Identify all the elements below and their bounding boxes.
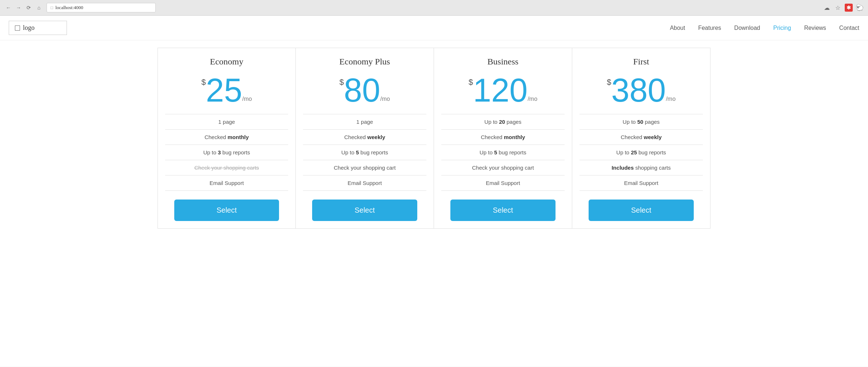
browser-controls: ← → ⟳ ⌂: [4, 4, 43, 12]
feature-first-bugs: Up to 25 bug reports: [580, 145, 703, 160]
plan-first-amount: 380: [611, 74, 666, 107]
feature-eplus-email: Email Support: [303, 175, 426, 191]
plan-business-period: /mo: [527, 96, 537, 102]
plan-business-dollar: $: [469, 78, 473, 87]
plan-economy-plus-period: /mo: [380, 96, 390, 102]
select-economy-plus-button[interactable]: Select: [312, 200, 417, 221]
plan-business-amount: 120: [473, 74, 527, 107]
pricing-section: Economy $ 25 /mo 1 page Checked monthly …: [0, 40, 868, 236]
select-first-button[interactable]: Select: [589, 200, 693, 221]
logo-checkbox-icon: [15, 25, 20, 31]
back-button[interactable]: ←: [4, 4, 12, 12]
main-nav: logo About Features Download Pricing Rev…: [0, 16, 868, 40]
home-button[interactable]: ⌂: [35, 4, 43, 12]
feature-biz-cart: Check your shopping cart: [441, 160, 565, 175]
feature-economy-check: Checked monthly: [165, 130, 288, 145]
feature-economy-cart: Check your shopping carts: [165, 160, 288, 175]
address-bar-icon: □: [51, 5, 53, 11]
plan-economy-features: 1 page Checked monthly Up to 3 bug repor…: [165, 114, 288, 191]
plan-first-dollar: $: [607, 78, 611, 87]
plan-economy-plus: Economy Plus $ 80 /mo 1 page Checked wee…: [296, 48, 434, 229]
plan-economy-plus-name: Economy Plus: [339, 57, 390, 67]
feature-eplus-bugs: Up to 5 bug reports: [303, 145, 426, 160]
nav-item-reviews[interactable]: Reviews: [804, 25, 826, 31]
extension-icon[interactable]: ✱: [845, 4, 853, 12]
plan-economy-plus-features: 1 page Checked weekly Up to 5 bug report…: [303, 114, 426, 191]
plan-first-period: /mo: [666, 96, 676, 102]
logo-text: logo: [23, 24, 35, 32]
forward-button[interactable]: →: [15, 4, 23, 12]
feature-economy-email: Email Support: [165, 175, 288, 191]
browser-right-icons: ☁ ☆ ✱ 🐑: [823, 4, 864, 12]
plan-economy-amount: 25: [206, 74, 242, 107]
plan-first-price-container: $ 380 /mo: [607, 74, 676, 107]
plan-economy-period: /mo: [242, 96, 252, 102]
feature-first-cart: Includes shopping carts: [580, 160, 703, 175]
nav-item-features[interactable]: Features: [698, 25, 721, 31]
plan-first-name: First: [633, 57, 649, 67]
feature-biz-pages: Up to 20 pages: [441, 114, 565, 130]
feature-biz-bugs: Up to 5 bug reports: [441, 145, 565, 160]
feature-first-pages: Up to 50 pages: [580, 114, 703, 130]
feature-biz-check: Checked monthly: [441, 130, 565, 145]
select-economy-button[interactable]: Select: [174, 200, 279, 221]
feature-economy-bugs: Up to 3 bug reports: [165, 145, 288, 160]
plan-economy-price-container: $ 25 /mo: [201, 74, 252, 107]
cloud-icon[interactable]: ☁: [823, 4, 831, 12]
plan-business: Business $ 120 /mo Up to 20 pages Checke…: [434, 48, 572, 229]
logo[interactable]: logo: [9, 21, 67, 35]
url-text: localhost:4000: [55, 5, 83, 11]
feature-first-email: Email Support: [580, 175, 703, 191]
plan-economy-plus-amount: 80: [344, 74, 380, 107]
plan-economy-dollar: $: [201, 78, 206, 87]
plan-economy: Economy $ 25 /mo 1 page Checked monthly …: [158, 48, 296, 229]
nav-item-download[interactable]: Download: [734, 25, 760, 31]
star-icon[interactable]: ☆: [834, 4, 842, 12]
feature-eplus-cart: Check your shopping cart: [303, 160, 426, 175]
feature-eplus-pages: 1 page: [303, 114, 426, 130]
select-business-button[interactable]: Select: [450, 200, 555, 221]
nav-item-contact[interactable]: Contact: [839, 25, 859, 31]
page-wrapper: logo About Features Download Pricing Rev…: [0, 16, 868, 367]
plan-business-features: Up to 20 pages Checked monthly Up to 5 b…: [441, 114, 565, 191]
feature-eplus-check: Checked weekly: [303, 130, 426, 145]
refresh-button[interactable]: ⟳: [25, 4, 33, 12]
address-bar[interactable]: □ localhost:4000: [47, 3, 156, 12]
nav-item-about[interactable]: About: [670, 25, 685, 31]
plan-economy-name: Economy: [210, 57, 243, 67]
plan-economy-plus-price-container: $ 80 /mo: [339, 74, 390, 107]
plan-economy-plus-dollar: $: [339, 78, 344, 87]
feature-first-check: Checked weekly: [580, 130, 703, 145]
plan-first: First $ 380 /mo Up to 50 pages Checked w…: [572, 48, 710, 229]
feature-economy-pages: 1 page: [165, 114, 288, 130]
plan-first-features: Up to 50 pages Checked weekly Up to 25 b…: [580, 114, 703, 191]
nav-links: About Features Download Pricing Reviews …: [670, 25, 859, 31]
duck-icon[interactable]: 🐑: [856, 4, 864, 12]
browser-chrome: ← → ⟳ ⌂ □ localhost:4000 ☁ ☆ ✱ 🐑: [0, 0, 868, 16]
nav-item-pricing[interactable]: Pricing: [773, 25, 791, 31]
feature-biz-email: Email Support: [441, 175, 565, 191]
plan-business-name: Business: [487, 57, 518, 67]
plan-business-price-container: $ 120 /mo: [469, 74, 537, 107]
